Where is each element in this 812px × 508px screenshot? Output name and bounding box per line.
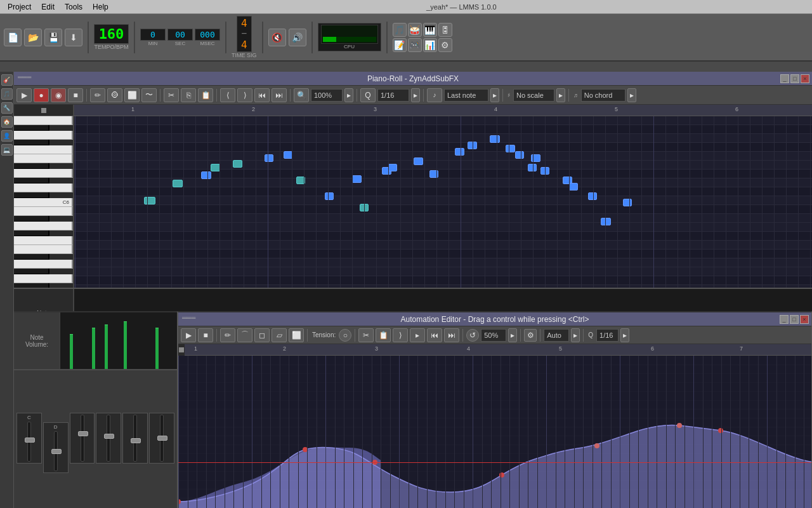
piano-key-F6[interactable] <box>14 163 49 169</box>
copy-btn[interactable]: ⎘ <box>181 88 196 102</box>
fader-knob-d[interactable] <box>51 449 62 454</box>
piano-key-F#6[interactable] <box>14 154 73 163</box>
piano-key-A6[interactable] <box>14 131 73 140</box>
auto-cut-btn[interactable]: ✂ <box>358 328 374 342</box>
note-25[interactable] <box>601 218 611 225</box>
auto-erase2-btn[interactable]: ▱ <box>272 328 287 342</box>
note-length-value[interactable]: Last note <box>444 89 488 102</box>
select-tool-btn[interactable]: ⭗ <box>107 88 122 102</box>
close-btn[interactable]: × <box>801 74 809 83</box>
note-12[interactable] <box>414 157 423 165</box>
auto-quantize-value[interactable]: 1/16 <box>596 329 619 342</box>
zoom-arrow[interactable]: ▸ <box>344 88 353 102</box>
note-24[interactable] <box>588 192 597 200</box>
sidebar-instruments-icon[interactable]: 🎸 <box>1 74 13 86</box>
song-editor-btn[interactable]: 🎵 <box>393 23 407 37</box>
detuning-btn[interactable]: 〜 <box>141 88 157 102</box>
controllers-btn[interactable]: 🎮 <box>408 38 422 52</box>
tension-knob[interactable]: ○ <box>339 329 351 342</box>
auto-erase-btn[interactable]: ◻ <box>254 328 270 342</box>
sidebar-presets-icon[interactable]: 🔧 <box>1 102 13 114</box>
note-6[interactable] <box>284 151 292 159</box>
piano-key-E6[interactable] <box>14 169 73 178</box>
piano-key-A5[interactable] <box>14 222 73 231</box>
zoom-value[interactable]: 100% <box>311 89 343 102</box>
piano-key-C6[interactable]: C6 <box>14 198 73 207</box>
quantize-arrow[interactable]: ▸ <box>411 88 420 102</box>
auto-close-btn[interactable]: × <box>800 315 809 324</box>
note-length-arrow[interactable]: ▸ <box>490 88 499 102</box>
piano-key-E5[interactable] <box>14 260 73 269</box>
note-20[interactable] <box>528 164 537 171</box>
stop-btn[interactable]: ■ <box>68 88 83 102</box>
menu-edit[interactable]: Edit <box>36 1 60 13</box>
quantize-value[interactable]: 1/16 <box>377 89 409 102</box>
auto-maximize-btn[interactable]: □ <box>790 315 799 324</box>
auto-minimize-btn[interactable]: _ <box>780 315 789 324</box>
menu-help[interactable]: Help <box>88 1 114 13</box>
note-2[interactable] <box>201 171 211 179</box>
piano-key-D#5[interactable] <box>14 269 49 274</box>
play-btn[interactable]: ▶ <box>16 88 32 102</box>
piano-key-C#6[interactable] <box>14 192 49 198</box>
piano-key-A#6[interactable] <box>14 125 49 131</box>
note-26[interactable] <box>623 199 632 206</box>
cut-btn[interactable]: ✂ <box>164 88 179 102</box>
fader-track-c[interactable] <box>27 422 31 462</box>
auto-zoom-value[interactable]: 50% <box>481 329 506 342</box>
note-14[interactable] <box>455 148 464 156</box>
piano-key-G6[interactable] <box>14 145 73 154</box>
note-11[interactable] <box>388 164 397 171</box>
menu-tools[interactable]: Tools <box>60 1 88 13</box>
piano-key-G5[interactable] <box>14 236 73 245</box>
note-7[interactable] <box>296 177 305 184</box>
note-1[interactable] <box>173 180 183 187</box>
time-sig-display[interactable]: 4 ─ 4 <box>237 16 252 52</box>
fader-track-5[interactable] <box>160 415 164 462</box>
auto-mode-value[interactable]: Auto <box>544 329 569 342</box>
zoom-btn[interactable]: 🔍 <box>294 88 309 102</box>
auto-shift-right-btn[interactable]: ⟩ <box>393 328 408 342</box>
piano-key-D#6[interactable] <box>14 178 49 184</box>
start-btn[interactable]: ⏮ <box>254 88 270 102</box>
note-grid[interactable] <box>74 116 812 288</box>
note-3[interactable] <box>211 164 220 171</box>
piano-key-A#5[interactable] <box>14 216 49 222</box>
fader-track-2[interactable] <box>81 415 84 462</box>
scale-arrow[interactable]: ▸ <box>556 88 565 102</box>
auto-draw-btn[interactable]: ✏ <box>220 328 235 342</box>
end-btn[interactable]: ⏭ <box>272 88 287 102</box>
auto-play-btn[interactable]: ▶ <box>181 328 196 342</box>
auto-start-btn[interactable]: ⏮ <box>427 328 442 342</box>
piano-roll-btn[interactable]: 🎹 <box>423 23 437 37</box>
auto-end-btn[interactable]: ⏭ <box>444 328 459 342</box>
piano-key-D5[interactable] <box>14 274 73 283</box>
fader-track-d[interactable] <box>54 431 58 471</box>
piano-key-G#6[interactable] <box>14 140 49 145</box>
piano-key-F5[interactable] <box>14 254 49 260</box>
fader-knob-5[interactable] <box>157 436 167 441</box>
piano-key-B5[interactable] <box>14 207 73 216</box>
auto-settings-btn[interactable]: ⚙ <box>524 329 537 342</box>
piano-key-G#5[interactable] <box>14 231 49 236</box>
note-13[interactable] <box>429 170 438 178</box>
ruler-arrow[interactable] <box>41 108 46 113</box>
note-16[interactable] <box>490 135 500 143</box>
scale-value[interactable]: No scale <box>513 89 554 102</box>
piano-key-B6[interactable] <box>14 116 73 125</box>
auto-mode-arrow[interactable]: ▸ <box>571 328 580 342</box>
fader-knob-3[interactable] <box>104 434 114 439</box>
paste-btn[interactable]: 📋 <box>198 88 213 102</box>
mute-btn[interactable]: 🔇 <box>268 29 286 46</box>
note-0[interactable] <box>144 197 155 204</box>
vol-btn[interactable]: 🔊 <box>289 29 306 46</box>
rubber-band-btn[interactable]: ⬜ <box>124 88 140 102</box>
piano-key-F#5[interactable] <box>14 245 73 254</box>
shift-left-btn[interactable]: ⟨ <box>220 88 235 102</box>
fader-knob-2[interactable] <box>78 431 88 436</box>
fx-mixer-btn[interactable]: 🎛 <box>438 23 452 37</box>
note-4[interactable] <box>233 160 242 168</box>
open-project-btn[interactable]: 📂 <box>24 29 42 46</box>
draw-tool-btn[interactable]: ✏ <box>90 88 105 102</box>
tempo-display[interactable]: 160 <box>94 24 129 44</box>
